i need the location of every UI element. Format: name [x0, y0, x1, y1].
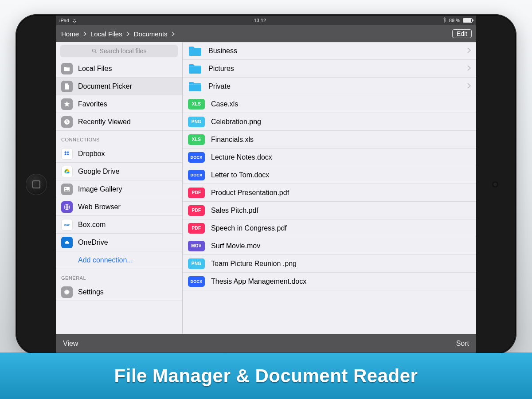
- sidebar-item-favorites[interactable]: Favorites: [56, 95, 182, 113]
- file-row[interactable]: Private: [183, 78, 476, 95]
- chevron-right-icon: [467, 82, 471, 90]
- promo-title: File Manager & Document Reader: [114, 365, 418, 387]
- bottom-toolbar: View Sort: [56, 334, 476, 353]
- star-icon: [61, 98, 73, 110]
- edit-button[interactable]: Edit: [452, 29, 472, 38]
- file-row[interactable]: PNGTeam Picture Reunion .png: [183, 255, 476, 273]
- png-badge: PNG: [188, 117, 205, 127]
- clock: 13:12: [77, 18, 443, 23]
- sidebar-item-label: Favorites: [78, 100, 107, 108]
- file-row[interactable]: MOVSurf Movie.mov: [183, 237, 476, 255]
- mov-badge: MOV: [188, 241, 205, 251]
- file-row[interactable]: Business: [183, 42, 476, 60]
- file-name: Business: [208, 47, 237, 55]
- xls-badge: XLS: [188, 134, 205, 145]
- file-row[interactable]: XLSFinancials.xls: [183, 131, 476, 149]
- sidebar-item-add-connection[interactable]: Add connection...: [56, 251, 182, 269]
- search-input[interactable]: Search local files: [60, 45, 178, 57]
- sidebar-item-image-gallery[interactable]: Image Gallery: [56, 180, 182, 198]
- chevron-right-icon: [125, 31, 131, 37]
- sidebar-item-label: Document Picker: [78, 82, 132, 90]
- battery-percent: 89 %: [449, 18, 460, 23]
- status-bar: iPad 13:12 89 %: [56, 16, 476, 25]
- sidebar-item-label: Local Files: [78, 65, 112, 73]
- navigation-bar: Home Local Files Documents Edit: [56, 25, 476, 42]
- bluetooth-icon: [443, 17, 446, 23]
- sidebar-item-label: Image Gallery: [78, 185, 122, 193]
- sidebar-item-document-picker[interactable]: Document Picker: [56, 78, 182, 95]
- file-name: Private: [208, 82, 231, 90]
- file-row[interactable]: DOCXLetter to Tom.docx: [183, 166, 476, 184]
- gear-icon: [61, 286, 73, 298]
- view-button[interactable]: View: [63, 340, 78, 348]
- onedrive-icon: [61, 237, 73, 248]
- ipad-frame: iPad 13:12 89 % Home Local Files: [16, 14, 516, 355]
- file-name: Sales Pitch.pdf: [211, 207, 258, 215]
- file-name: Surf Movie.mov: [211, 242, 260, 250]
- svg-point-0: [92, 49, 95, 52]
- sidebar-item-label: Settings: [78, 288, 104, 296]
- docx-badge: DOCX: [188, 276, 205, 287]
- promo-banner: File Manager & Document Reader: [0, 353, 532, 399]
- file-name: Financials.xls: [211, 136, 254, 144]
- sidebar-item-label: Box.com: [78, 221, 106, 229]
- file-row[interactable]: DOCXThesis App Management.docx: [183, 273, 476, 290]
- file-row[interactable]: PDFSpeech in Congress.pdf: [183, 219, 476, 237]
- sidebar-item-recently-viewed[interactable]: Recently Viewed: [56, 113, 182, 131]
- box-icon: box: [61, 219, 73, 231]
- file-name: Speech in Congress.pdf: [211, 224, 287, 232]
- chevron-right-icon: [467, 47, 471, 55]
- svg-line-1: [95, 52, 96, 53]
- sidebar-item-box[interactable]: box Box.com: [56, 216, 182, 234]
- sidebar-item-local-files[interactable]: Local Files: [56, 60, 182, 78]
- ipad-camera: [493, 182, 497, 187]
- file-row[interactable]: PDFSales Pitch.pdf: [183, 202, 476, 219]
- device-label: iPad: [59, 18, 69, 23]
- breadcrumb-item[interactable]: Documents: [133, 30, 168, 38]
- file-row[interactable]: PDFProduct Presentation.pdf: [183, 184, 476, 202]
- ipad-home-button[interactable]: [26, 174, 47, 195]
- folder-icon: [188, 45, 202, 57]
- file-name: Celebration.png: [211, 118, 261, 126]
- sidebar-item-dropbox[interactable]: Dropbox: [56, 145, 182, 163]
- svg-point-4: [65, 188, 66, 189]
- dropbox-icon: [61, 148, 73, 160]
- file-name: Case.xls: [211, 100, 238, 108]
- file-row[interactable]: Pictures: [183, 60, 476, 78]
- chevron-right-icon: [467, 65, 471, 73]
- document-icon: [61, 81, 73, 92]
- gallery-icon: [61, 184, 73, 195]
- sidebar: Search local files Local Files Document …: [56, 42, 183, 334]
- file-row[interactable]: DOCXLecture Notes.docx: [183, 149, 476, 166]
- sidebar-item-label: OneDrive: [78, 239, 108, 246]
- breadcrumb-item[interactable]: Local Files: [90, 30, 123, 38]
- sidebar-item-label: Recently Viewed: [78, 118, 131, 126]
- breadcrumb-item[interactable]: Home: [60, 30, 80, 38]
- file-row[interactable]: PNGCelebration.png: [183, 113, 476, 131]
- folder-icon: [61, 63, 73, 74]
- png-badge: PNG: [188, 258, 205, 269]
- pdf-badge: PDF: [188, 188, 205, 198]
- sidebar-item-web-browser[interactable]: Web Browser: [56, 198, 182, 216]
- pdf-badge: PDF: [188, 223, 205, 234]
- sidebar-item-label: Google Drive: [78, 168, 119, 176]
- svg-text:box: box: [64, 223, 70, 226]
- sort-button[interactable]: Sort: [456, 340, 469, 348]
- wifi-icon: [72, 19, 77, 23]
- sidebar-section-general: GENERAL: [56, 269, 182, 283]
- clock-icon: [61, 116, 73, 128]
- globe-icon: [61, 201, 73, 213]
- folder-icon: [188, 63, 202, 74]
- sidebar-item-settings[interactable]: Settings: [56, 283, 182, 301]
- file-name: Pictures: [208, 65, 234, 73]
- folder-icon: [188, 81, 202, 92]
- sidebar-item-label: Add connection...: [78, 256, 133, 264]
- docx-badge: DOCX: [188, 170, 205, 180]
- sidebar-item-google-drive[interactable]: Google Drive: [56, 163, 182, 180]
- file-row[interactable]: XLSCase.xls: [183, 95, 476, 113]
- xls-badge: XLS: [188, 99, 205, 110]
- sidebar-item-onedrive[interactable]: OneDrive: [56, 234, 182, 251]
- file-name: Lecture Notes.docx: [211, 153, 272, 161]
- search-placeholder: Search local files: [100, 47, 147, 55]
- docx-badge: DOCX: [188, 152, 205, 163]
